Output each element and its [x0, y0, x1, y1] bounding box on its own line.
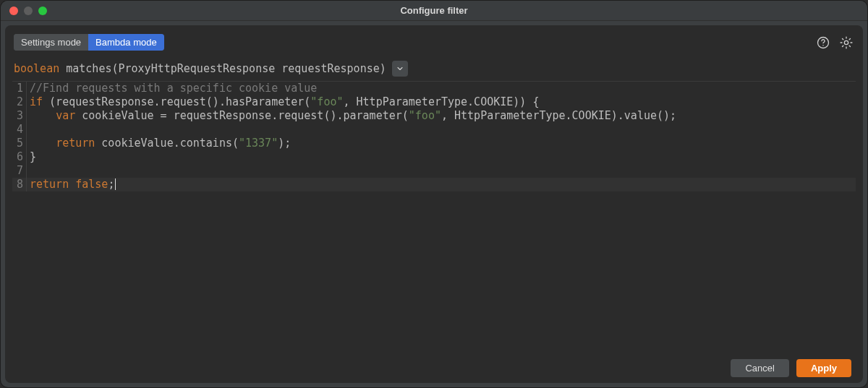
- function-signature: boolean matches(ProxyHttpRequestResponse…: [12, 58, 856, 81]
- close-window-icon[interactable]: [9, 7, 18, 15]
- apply-button[interactable]: Apply: [796, 359, 851, 377]
- line-number: 4: [12, 123, 27, 137]
- code-line: 3 var cookieValue = requestResponse.requ…: [12, 109, 856, 123]
- configure-filter-window: Configure filter Settings mode Bambda mo…: [1, 1, 867, 387]
- code-line: 7: [12, 164, 856, 178]
- code-line: 6 }: [12, 150, 856, 164]
- code-line: 2 if (requestResponse.request().hasParam…: [12, 95, 856, 109]
- svg-point-2: [844, 40, 848, 44]
- dialog-content: Settings mode Bambda mode: [5, 25, 863, 383]
- signature-param-type: ProxyHttpRequestResponse: [119, 62, 276, 75]
- signature-param-name: requestResponse: [281, 62, 379, 75]
- window-title: Configure filter: [1, 5, 867, 16]
- gear-icon[interactable]: [838, 35, 854, 51]
- help-icon[interactable]: [815, 35, 831, 51]
- minimize-window-icon[interactable]: [24, 7, 33, 15]
- code-line: 5 return cookieValue.contains("1337");: [12, 137, 856, 150]
- code-line: 8 return false;: [12, 178, 856, 191]
- window-controls: [9, 7, 47, 15]
- zoom-window-icon[interactable]: [38, 7, 47, 15]
- mode-row: Settings mode Bambda mode: [12, 33, 856, 58]
- mode-toggle: Settings mode Bambda mode: [14, 34, 164, 51]
- signature-return-type: boolean: [14, 62, 59, 75]
- settings-mode-button[interactable]: Settings mode: [14, 34, 88, 51]
- signature-expand-button[interactable]: [392, 61, 408, 77]
- code-lines: 1 //Find requests with a specific cookie…: [12, 82, 856, 191]
- dialog-footer: Cancel Apply: [12, 353, 856, 379]
- line-number: 6: [12, 150, 27, 164]
- line-number: 8: [12, 178, 27, 191]
- toolbar-right: [815, 35, 854, 51]
- text-caret: [115, 178, 116, 190]
- line-number: 5: [12, 137, 27, 150]
- cancel-button[interactable]: Cancel: [731, 359, 788, 377]
- code-line: 1 //Find requests with a specific cookie…: [12, 82, 856, 95]
- chevron-down-icon: [396, 64, 404, 73]
- line-number: 3: [12, 109, 27, 123]
- bambda-mode-button[interactable]: Bambda mode: [88, 34, 164, 51]
- code-editor[interactable]: 1 //Find requests with a specific cookie…: [12, 81, 856, 353]
- svg-point-1: [822, 45, 824, 46]
- line-number: 1: [12, 82, 27, 95]
- titlebar: Configure filter: [1, 1, 867, 21]
- line-number: 2: [12, 95, 27, 109]
- line-number: 7: [12, 164, 27, 178]
- code-line: 4: [12, 123, 856, 137]
- signature-name: matches: [66, 62, 111, 75]
